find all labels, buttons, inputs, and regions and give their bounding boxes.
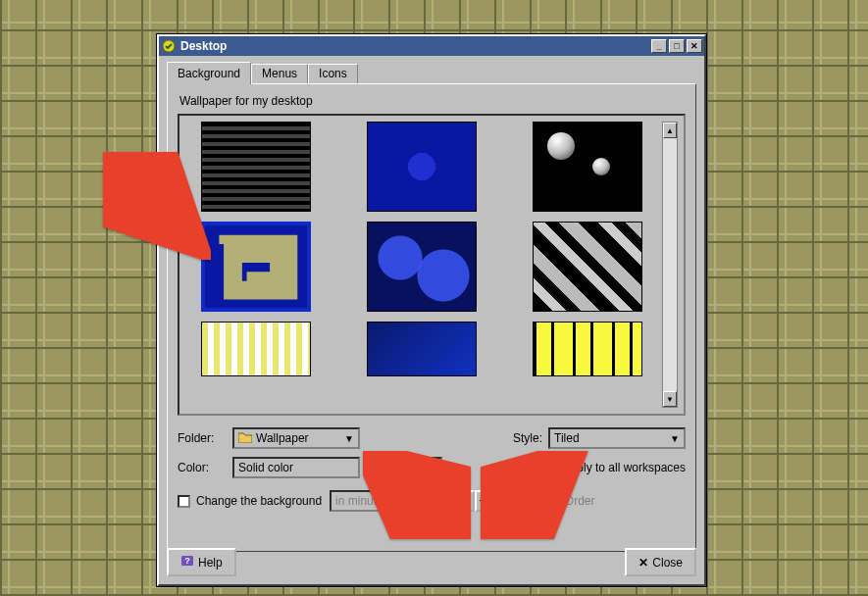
apply-all-label: Apply to all workspaces	[563, 461, 686, 474]
scroll-track[interactable]	[663, 138, 677, 391]
style-label: Style:	[513, 431, 542, 445]
color-mode-combo[interactable]: Solid color	[232, 457, 360, 478]
close-button[interactable]: ✕ Close	[625, 548, 696, 576]
folder-combo[interactable]: Wallpaper ▼	[232, 427, 360, 449]
close-window-button[interactable]: ✕	[687, 39, 702, 53]
tab-strip: Background Menus Icons	[167, 62, 696, 84]
style-combo[interactable]: Tiled ▼	[548, 427, 686, 449]
help-button[interactable]: ? Help	[167, 548, 236, 576]
change-interval-value: in minutes:	[335, 494, 392, 508]
minimize-button[interactable]: _	[651, 39, 667, 53]
wallpaper-thumb[interactable]	[367, 122, 477, 212]
change-background-label: Change the background	[196, 494, 322, 508]
wallpaper-thumb[interactable]	[367, 322, 477, 376]
close-label: Close	[652, 556, 683, 570]
folder-icon	[238, 431, 252, 446]
wallpaper-thumb[interactable]	[533, 222, 642, 312]
close-icon: ✕	[638, 556, 648, 570]
tab-background[interactable]: Background	[167, 62, 251, 84]
checkbox-icon	[498, 495, 511, 508]
dropdown-arrow-icon: ▼	[344, 433, 354, 444]
wallpaper-thumb[interactable]	[533, 122, 642, 212]
dropdown-arrow-icon: ▾	[407, 496, 412, 507]
wallpaper-section-label: Wallpaper for my desktop	[179, 94, 686, 108]
spinner-minus[interactable]: −	[459, 490, 475, 512]
checkbox-icon	[178, 495, 190, 508]
checkbox-icon: ✔	[544, 462, 557, 474]
dropdown-arrow-icon: ▼	[670, 433, 680, 444]
desktop-settings-window: Desktop _ □ ✕ Background Menus Icons Wal…	[157, 34, 706, 586]
change-background-checkbox[interactable]: Change the background	[178, 494, 322, 508]
random-order-checkbox: Random Order	[498, 494, 594, 508]
svg-text:?: ?	[184, 556, 190, 566]
change-interval-combo: in minutes: ▾	[330, 490, 418, 512]
maximize-button[interactable]: □	[669, 39, 685, 53]
color-label: Color:	[178, 461, 227, 474]
wallpaper-thumb[interactable]	[367, 222, 477, 312]
tab-icons[interactable]: Icons	[308, 64, 358, 84]
interval-spinner[interactable]	[426, 490, 459, 512]
help-label: Help	[198, 556, 223, 570]
folder-label: Folder:	[178, 431, 227, 445]
thumbnail-scrollbar[interactable]: ▲ ▼	[662, 122, 678, 408]
color-well-1[interactable]	[366, 457, 401, 478]
wallpaper-thumbnail-area: ▲ ▼	[178, 114, 686, 416]
style-value: Tiled	[554, 431, 580, 445]
spinner-plus[interactable]: +	[475, 490, 490, 512]
color-mode-value: Solid color	[238, 461, 293, 474]
wallpaper-thumb[interactable]	[201, 122, 311, 212]
help-icon: ?	[180, 554, 194, 571]
titlebar[interactable]: Desktop _ □ ✕	[159, 36, 704, 56]
wallpaper-thumb-selected[interactable]	[201, 222, 311, 312]
random-order-label: Random Order	[517, 494, 594, 508]
color-well-2[interactable]	[407, 457, 442, 478]
scroll-up-button[interactable]: ▲	[663, 123, 677, 138]
apply-all-checkbox[interactable]: ✔ Apply to all workspaces	[544, 461, 686, 474]
wallpaper-thumb[interactable]	[533, 322, 642, 376]
folder-value: Wallpaper	[256, 431, 309, 445]
tab-panel-background: Wallpaper for my desktop ▲	[167, 83, 696, 552]
app-icon	[161, 38, 177, 54]
window-title: Desktop	[180, 39, 227, 53]
wallpaper-thumb[interactable]	[201, 322, 311, 376]
tab-menus[interactable]: Menus	[251, 64, 308, 84]
scroll-down-button[interactable]: ▼	[663, 391, 677, 407]
